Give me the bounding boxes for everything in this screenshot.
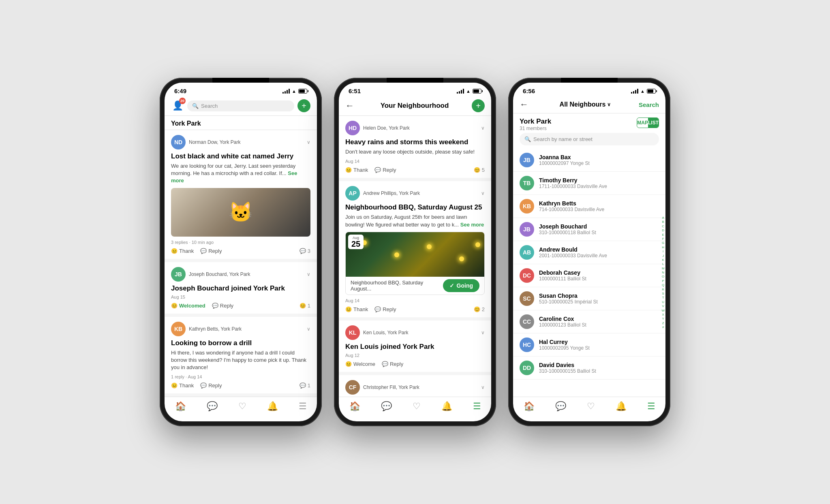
thank-button-3[interactable]: 😐 Thank [171,382,194,389]
feed-2[interactable]: HD Helen Doe, York Park ∨ Heavy rains an… [339,116,491,397]
welcomed-button[interactable]: 😊 Welcomed [171,303,205,309]
alpha-j[interactable]: J [661,254,665,258]
reply-button-p2-1[interactable]: 💬 Reply [374,167,396,173]
neighbours-list-wrapper: JB Joanna Bax 10000002097 Yonge St TB Ti… [513,149,665,397]
neighborhood-title-1: York Park [165,116,317,130]
list-view-button[interactable]: LIST [648,118,659,128]
chevron-3[interactable]: ∨ [307,326,310,332]
new-post-button-2[interactable]: + [472,99,485,112]
alpha-l[interactable]: L [661,262,665,266]
new-post-button-1[interactable]: + [297,99,310,112]
signal-1 [282,89,290,94]
alpha-p[interactable]: P [661,279,665,283]
alpha-e[interactable]: E [661,233,665,237]
going-button[interactable]: ✓ Going [443,279,479,292]
alpha-u[interactable]: U [661,300,665,304]
alpha-i[interactable]: I [661,250,665,254]
add-friend-button[interactable]: 👤 20 [171,99,184,112]
neighbour-hal-currey[interactable]: HC Hal Currey 10000002095 Yonge St [513,333,665,357]
chevron-p2-1[interactable]: ∨ [481,125,485,131]
alpha-k[interactable]: K [661,258,665,262]
neighbour-kathryn-betts[interactable]: KB Kathryn Betts 714-100000033 Davisvill… [513,195,665,218]
chevron-p2-3[interactable]: ∨ [481,330,485,335]
alpha-c[interactable]: C [661,224,665,229]
alpha-hash[interactable]: # [661,325,665,329]
alpha-v[interactable]: V [661,304,665,308]
neighbour-caroline-cox[interactable]: CC Caroline Cox 1000000123 Balliol St [513,310,665,333]
neighbour-joseph-bouchard[interactable]: JB Joseph Bouchard 310-1000000118 Ballio… [513,218,665,241]
tab-menu-3[interactable]: ☰ [647,401,655,412]
alpha-x[interactable]: X [661,313,665,317]
chevron-p2-2[interactable]: ∨ [481,190,485,196]
reaction-count-p2-2: 😊 2 [474,306,485,312]
alpha-t[interactable]: T [661,296,665,300]
alpha-f[interactable]: F [661,237,665,241]
tab-menu-2[interactable]: ☰ [473,401,481,412]
reply-button-p2-3[interactable]: 💬 Reply [382,361,403,367]
notification-badge: 20 [179,98,186,104]
reply-button-3[interactable]: 💬 Reply [200,382,222,389]
feed-1[interactable]: ND Norman Dow, York Park ∨ Lost black an… [165,130,317,397]
tab-chat-1[interactable]: 💬 [207,401,218,412]
smiley-icon-1: 😐 [171,248,178,254]
neighbour-deborah-casey[interactable]: DC Deborah Casey 1000000111 Balliol St [513,264,665,287]
map-view-button[interactable]: MAP [637,118,648,128]
comment-icon-1: 💬 [299,248,306,254]
tab-bell-3[interactable]: 🔔 [616,401,627,412]
content-1: York Park ND Norman Dow, York Park ∨ [165,116,317,397]
neighbours-list[interactable]: JB Joanna Bax 10000002097 Yonge St TB Ti… [513,149,665,397]
thank-button-p2-2[interactable]: 😐 Thank [345,306,368,312]
chevron-1[interactable]: ∨ [307,139,310,145]
search-bar-1[interactable]: 🔍 Search [187,100,294,111]
alpha-b[interactable]: B [661,220,665,224]
alpha-g[interactable]: G [661,241,665,245]
tab-chat-3[interactable]: 💬 [555,401,566,412]
avatar-n7: SC [520,291,534,306]
reply-button-p2-2[interactable]: 💬 Reply [374,306,396,312]
neighbour-name-9: Hal Currey [539,339,659,345]
tab-home-1[interactable]: 🏠 [175,401,186,412]
neighbour-timothy-berry[interactable]: TB Timothy Berry 1711-100000033 Davisvil… [513,172,665,195]
alpha-index[interactable]: A B C D E F G H I J K L M N O [661,216,665,330]
tab-home-2[interactable]: 🏠 [349,401,360,412]
alpha-d[interactable]: D [661,229,665,233]
alpha-n[interactable]: N [661,271,665,275]
alpha-s[interactable]: S [661,292,665,296]
search-link-3[interactable]: Search [639,101,659,108]
post-header-p2-2: AP Andrew Phillips, York Park ∨ [345,186,485,201]
alpha-w[interactable]: W [661,308,665,312]
post-body-p2-2: Join us on Saturday, August 25th for bee… [345,214,485,228]
neighbour-david-davies[interactable]: DD David Davies 310-1000000155 Balliol S… [513,357,665,380]
back-button-3[interactable]: ← [520,99,528,110]
alpha-a[interactable]: A [661,216,665,220]
search-bar-3[interactable]: 🔍 Search by name or street [520,133,659,145]
tab-home-3[interactable]: 🏠 [524,401,535,412]
tab-heart-3[interactable]: ♡ [587,401,595,412]
reply-button-2[interactable]: 💬 Reply [212,303,233,309]
neighbour-susan-chopra[interactable]: SC Susan Chopra 510-100000025 Impérial S… [513,287,665,310]
alpha-r[interactable]: R [661,287,665,291]
thank-button-p2-1[interactable]: 😐 Thank [345,167,368,173]
tab-bell-2[interactable]: 🔔 [441,401,452,412]
action-bar-p2-3: 😐 Welcome 💬 Reply [345,361,485,367]
tab-bell-1[interactable]: 🔔 [267,401,278,412]
reply-button-1[interactable]: 💬 Reply [200,248,222,254]
tab-menu-1[interactable]: ☰ [299,401,307,412]
neighbour-joanna-bax[interactable]: JB Joanna Bax 10000002097 Yonge St [513,149,665,172]
chevron-p2-4[interactable]: ∨ [481,384,485,390]
thank-button-1[interactable]: 😐 Thank [171,248,194,254]
tab-chat-2[interactable]: 💬 [381,401,392,412]
back-button-2[interactable]: ← [345,100,354,111]
neighbour-andrew-bould[interactable]: AB Andrew Bould 2001-100000033 Davisvill… [513,241,665,264]
chevron-2[interactable]: ∨ [307,271,310,277]
tab-heart-2[interactable]: ♡ [413,401,421,412]
alpha-o[interactable]: O [661,275,665,279]
alpha-m[interactable]: M [661,266,665,270]
alpha-z[interactable]: Z [661,321,665,325]
tab-heart-1[interactable]: ♡ [238,401,246,412]
see-more-p2-2[interactable]: See more [460,222,484,228]
alpha-y[interactable]: Y [661,317,665,321]
alpha-q[interactable]: Q [661,283,665,287]
welcome-button-p2-3[interactable]: 😐 Welcome [345,361,375,367]
alpha-h[interactable]: H [661,245,665,249]
